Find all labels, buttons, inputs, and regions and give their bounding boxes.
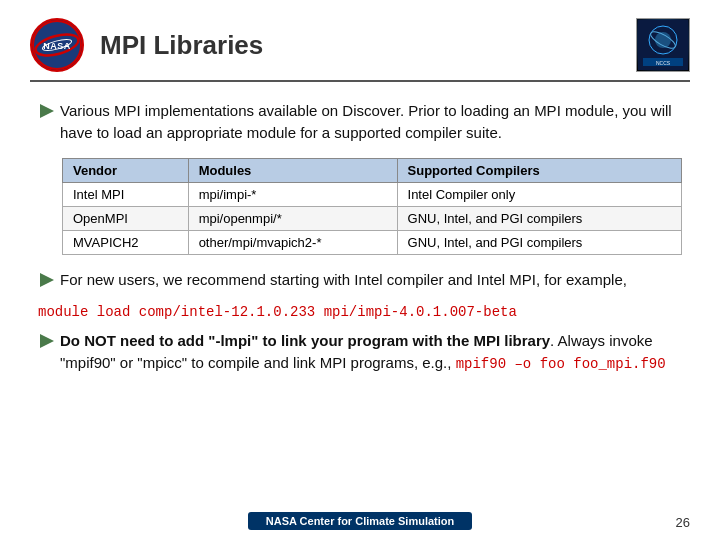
intro-bullet-text: Various MPI implementations available on… — [60, 100, 682, 144]
bullet-icon-1 — [38, 102, 60, 120]
bullet-icon-2 — [38, 271, 60, 289]
slide: NASA MPI Libraries NCCS Vari — [0, 0, 720, 540]
bullet-icon-3 — [38, 332, 60, 350]
donot-bullet-text: Do NOT need to add "-lmpi" to link your … — [60, 330, 682, 374]
svg-text:NCCS: NCCS — [656, 60, 671, 66]
table-cell-0-1: mpi/impi-* — [188, 182, 397, 206]
table-cell-2-0: MVAPICH2 — [63, 230, 189, 254]
nccs-banner: NASA Center for Climate Simulation — [248, 512, 472, 530]
table-cell-1-1: mpi/openmpi/* — [188, 206, 397, 230]
intro-bullet: Various MPI implementations available on… — [38, 100, 682, 144]
table-cell-0-2: Intel Compiler only — [397, 182, 681, 206]
code-line: module load comp/intel-12.1.0.233 mpi/im… — [38, 304, 682, 320]
donot-code: mpif90 –o foo foo_mpi.f90 — [456, 356, 666, 372]
nccs-logo: NCCS — [636, 18, 690, 72]
svg-marker-11 — [40, 273, 54, 287]
page-title: MPI Libraries — [100, 30, 636, 61]
col-vendor: Vendor — [63, 158, 189, 182]
table-row: OpenMPImpi/openmpi/*GNU, Intel, and PGI … — [63, 206, 682, 230]
table-cell-2-2: GNU, Intel, and PGI compilers — [397, 230, 681, 254]
slide-header: NASA MPI Libraries NCCS — [30, 18, 690, 82]
mpi-table: Vendor Modules Supported Compilers Intel… — [62, 158, 682, 255]
table-cell-0-0: Intel MPI — [63, 182, 189, 206]
col-modules: Modules — [188, 158, 397, 182]
donot-bullet: Do NOT need to add "-lmpi" to link your … — [38, 330, 682, 374]
page-number: 26 — [676, 515, 690, 530]
recommend-bullet: For new users, we recommend starting wit… — [38, 269, 682, 291]
mpi-table-wrapper: Vendor Modules Supported Compilers Intel… — [62, 158, 682, 255]
nasa-logo: NASA — [30, 18, 84, 72]
svg-marker-10 — [40, 104, 54, 118]
table-row: MVAPICH2other/mpi/mvapich2-*GNU, Intel, … — [63, 230, 682, 254]
table-cell-2-1: other/mpi/mvapich2-* — [188, 230, 397, 254]
svg-marker-12 — [40, 334, 54, 348]
table-row: Intel MPImpi/impi-*Intel Compiler only — [63, 182, 682, 206]
slide-content: Various MPI implementations available on… — [30, 100, 690, 374]
donot-bold: Do NOT need to add "-lmpi" to link your … — [60, 332, 550, 349]
col-compilers: Supported Compilers — [397, 158, 681, 182]
bottom-bar: NASA Center for Climate Simulation — [0, 512, 720, 530]
recommend-bullet-text: For new users, we recommend starting wit… — [60, 269, 627, 291]
table-cell-1-2: GNU, Intel, and PGI compilers — [397, 206, 681, 230]
table-cell-1-0: OpenMPI — [63, 206, 189, 230]
